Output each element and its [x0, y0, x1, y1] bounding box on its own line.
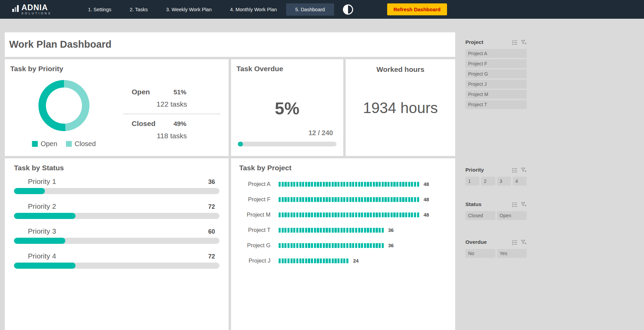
slicer-title-project: Project	[465, 39, 508, 45]
multi-select-icon[interactable]	[512, 40, 517, 45]
slicer-item-priority-4[interactable]: 4	[513, 177, 527, 186]
status-label: Priority 2	[28, 202, 56, 210]
overdue-ratio: 12 / 240	[231, 129, 343, 137]
legend-swatch	[32, 141, 38, 147]
clear-filter-icon[interactable]	[521, 239, 527, 245]
project-value: 48	[424, 212, 429, 218]
slicer-items-priority: 1234	[465, 177, 527, 186]
slicer-item-overdue-no[interactable]: No	[465, 249, 495, 258]
project-row-project-t: Project T36	[239, 225, 447, 235]
slicer-item-project-project-m[interactable]: Project M	[465, 90, 527, 99]
brand-subtitle: SOLUTIONS	[21, 12, 52, 15]
closed-label: Closed	[132, 120, 155, 128]
status-row-priority-4: Priority 472	[14, 252, 219, 269]
slicer-item-status-closed[interactable]: Closed	[465, 211, 495, 220]
multi-select-icon[interactable]	[512, 167, 517, 173]
status-value: 72	[208, 203, 215, 210]
project-rows: Project A48Project F48Project M48Project…	[239, 179, 447, 266]
status-bar-track	[14, 238, 219, 244]
multi-select-icon[interactable]	[512, 202, 517, 207]
slicer-header-priority: Priority	[465, 167, 527, 173]
project-value: 24	[353, 258, 359, 264]
stats-divider	[123, 114, 220, 114]
status-value: 72	[208, 253, 215, 260]
status-bar-fill	[14, 263, 76, 269]
slicer-item-status-open[interactable]: Open	[497, 211, 527, 220]
status-row-head: Priority 472	[14, 252, 219, 260]
status-label: Priority 1	[28, 177, 56, 186]
adnia-logo: ADNIA SOLUTIONS	[12, 4, 52, 15]
legend-swatch	[66, 141, 72, 147]
slicer-item-project-project-j[interactable]: Project J	[465, 80, 527, 89]
task-by-status-title: Task by Status	[14, 164, 219, 172]
status-bar-fill	[14, 238, 65, 244]
legend-item-closed: Closed	[66, 140, 96, 148]
slicer-item-overdue-yes[interactable]: Yes	[497, 249, 527, 258]
nav-item-1-settings[interactable]: 1. Settings	[79, 3, 121, 16]
open-task-count: 122 tasks	[123, 100, 220, 108]
legend-item-open: Open	[32, 140, 57, 148]
project-label: Project T	[239, 227, 270, 233]
slicer-item-project-project-t[interactable]: Project T	[465, 100, 527, 109]
status-row-head: Priority 136	[14, 177, 219, 186]
slicer-project: Project Project AProject FProject GProje…	[465, 39, 527, 109]
slicer-item-priority-1[interactable]: 1	[465, 177, 479, 186]
project-row-project-m: Project M48	[239, 209, 447, 220]
slicer-items-overdue: NoYes	[465, 249, 527, 258]
slicer-status: Status ClosedOpen	[465, 201, 527, 220]
contrast-toggle-icon[interactable]	[343, 4, 353, 15]
slicer-title-overdue: Overdue	[465, 239, 508, 245]
project-value: 36	[388, 243, 394, 248]
slicer-item-priority-2[interactable]: 2	[481, 177, 495, 186]
brand-name: ADNIA	[21, 4, 52, 11]
worked-hours-title: Worked hours	[346, 59, 455, 74]
slicer-sidebar: Project Project AProject FProject GProje…	[465, 32, 527, 330]
slicer-item-project-project-f[interactable]: Project F	[465, 59, 527, 68]
nav-item-2-tasks[interactable]: 2. Tasks	[120, 3, 157, 16]
status-bar-track	[14, 188, 219, 194]
priority-stats: Open 51% 122 tasks Closed 49% 118 tasks	[123, 72, 229, 156]
project-label: Project G	[239, 242, 270, 249]
slicer-header-project: Project	[465, 39, 527, 45]
slicer-item-project-project-g[interactable]: Project G	[465, 69, 527, 78]
task-by-status-card: Task by Status Priority 136Priority 272P…	[5, 158, 229, 330]
nav-item-4-monthly-work-plan[interactable]: 4. Monthly Work Plan	[221, 3, 286, 16]
legend-label: Closed	[75, 140, 96, 148]
slicer-priority: Priority 1234	[465, 167, 527, 186]
slicer-items-status: ClosedOpen	[465, 211, 527, 220]
project-value: 48	[424, 182, 429, 187]
page-content: Work Plan Dashboard Task by Priority Ope…	[0, 19, 644, 330]
status-bar-fill	[14, 188, 45, 194]
project-label: Project F	[239, 196, 270, 203]
project-row-project-g: Project G36	[239, 240, 447, 251]
project-row-project-j: Project J24	[239, 255, 447, 266]
project-value: 36	[388, 227, 394, 233]
slicer-item-priority-3[interactable]: 3	[497, 177, 511, 186]
project-label: Project J	[239, 257, 270, 264]
slicer-header-overdue: Overdue	[465, 239, 527, 245]
refresh-dashboard-button[interactable]: Refresh Dashboard	[387, 3, 447, 15]
project-row-project-a: Project A48	[239, 179, 447, 189]
multi-select-icon[interactable]	[512, 239, 517, 245]
clear-filter-icon[interactable]	[521, 40, 527, 45]
nav-item-3-weekly-work-plan[interactable]: 3. Weekly Work Plan	[157, 3, 221, 16]
closed-percentage: 49%	[174, 120, 186, 128]
task-by-project-title: Task by Project	[239, 164, 447, 172]
overdue-progress-fill	[238, 142, 243, 146]
overdue-progress-track	[238, 142, 336, 146]
project-bar	[279, 197, 420, 202]
task-by-priority-card: Task by Priority OpenClosed Open 51% 122…	[5, 59, 229, 156]
slicer-item-project-project-a[interactable]: Project A	[465, 49, 527, 58]
clear-filter-icon[interactable]	[521, 202, 527, 207]
main-column: Work Plan Dashboard Task by Priority Ope…	[5, 32, 455, 330]
overdue-percentage: 5%	[231, 85, 343, 117]
status-row-priority-1: Priority 136	[14, 177, 219, 194]
legend-label: Open	[40, 140, 57, 148]
status-bar-fill	[14, 213, 76, 219]
worked-hours-card: Worked hours 1934 hours	[346, 59, 455, 156]
status-label: Priority 4	[28, 252, 56, 260]
nav-item-5-dashboard[interactable]: 5. Dashboard	[286, 3, 334, 16]
status-bar-track	[14, 213, 219, 219]
open-label: Open	[132, 88, 150, 96]
clear-filter-icon[interactable]	[521, 167, 527, 173]
